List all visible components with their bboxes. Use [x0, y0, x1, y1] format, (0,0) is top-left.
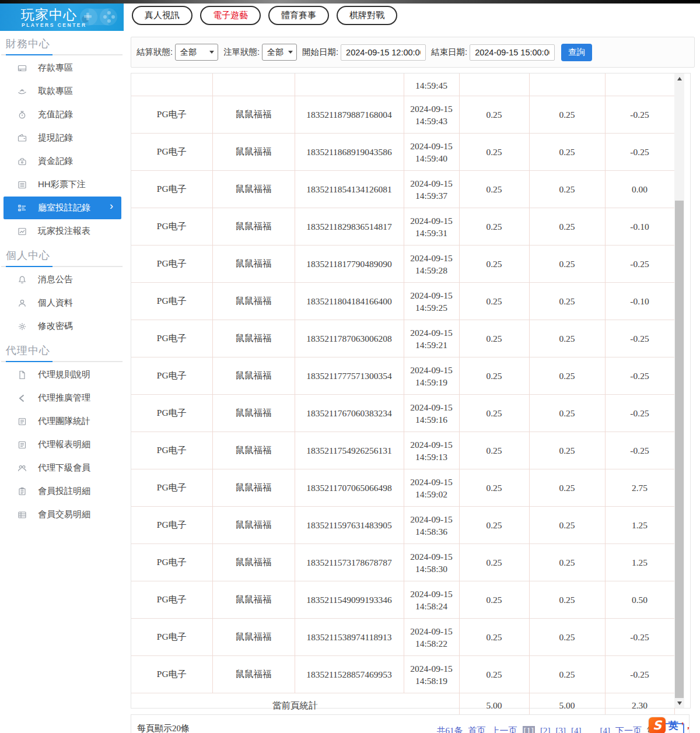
cell-game: 鼠鼠福福 [212, 320, 295, 357]
table2-icon [18, 510, 27, 520]
tab-sports-events[interactable]: 體育賽事 [268, 6, 329, 25]
table-row: PG电子 鼠鼠福福 1835211573178678787 2024-09-15… [131, 544, 674, 581]
sogou-ime-icon[interactable]: S [649, 717, 666, 733]
cell-valid-bet: 0.25 [529, 134, 605, 171]
cell-provider: PG电子 [131, 96, 212, 134]
settle-status-label: 結算狀態: [136, 47, 173, 58]
sidebar-section-title: 代理中心 [6, 343, 124, 357]
cell-win-loss: 1.25 [605, 544, 674, 581]
cell-win-loss: 0.00 [605, 171, 674, 208]
sidebar-item-room-bet-records[interactable]: 廳室投註記錄 › [4, 197, 121, 219]
cell-time: 2024-09-1514:59:02 [404, 469, 459, 507]
cell-win-loss: -0.25 [605, 395, 674, 432]
scroll-down-arrow[interactable] [674, 698, 684, 708]
cell-order-id: 1835211707065066498 [295, 469, 404, 507]
cell-win-loss: -0.10 [605, 283, 674, 320]
per-page-label: 每頁顯示20條 [137, 723, 190, 733]
sidebar: 玩家中心 PLAYERS CENTER 財務中心 存款專區 取款專區 充值記錄 [0, 3, 124, 733]
hand-icon [18, 87, 27, 96]
cell-game: 鼠鼠福福 [212, 96, 295, 134]
sidebar-item-agent-rules[interactable]: 代理規則說明 [4, 363, 121, 386]
page-4-link[interactable]: [4] [571, 726, 582, 733]
gear-icon [18, 322, 27, 331]
cell-time: 2024-09-1514:58:36 [404, 507, 459, 544]
sidebar-item-recharge-record[interactable]: 充值記錄 [4, 103, 121, 126]
order-status-select[interactable]: 全部 [262, 44, 297, 61]
cell-bet-amount: 0.25 [459, 619, 529, 656]
cell-order-id: 1835211817790489090 [295, 245, 404, 283]
cell-order-id: 1835211787063006208 [295, 320, 404, 357]
cell-win-loss: -0.25 [605, 245, 674, 283]
last-page-link[interactable]: [4] [600, 726, 611, 733]
sidebar-item-withdrawal-record[interactable]: 提現記錄 [4, 127, 121, 149]
sidebar-section: 財務中心 存款專區 取款專區 充值記錄 提現記錄 資金記錄 HH彩票下注 [0, 37, 124, 243]
sidebar-item-funds-record[interactable]: 資金記錄 [4, 150, 121, 173]
tab-live-video[interactable]: 真人視訊 [132, 6, 192, 25]
share-icon [18, 394, 27, 403]
records-tbody: 14:59:45 PG电子 鼠鼠福福 1835211879887168004 2… [131, 73, 674, 733]
cell-bet-amount: 0.25 [459, 581, 529, 619]
cell-win-loss: -0.25 [605, 357, 674, 395]
sidebar-section: 代理中心 代理規則說明 代理推廣管理 代理團隊統計 代理報表明細 代理下級會員 … [0, 343, 124, 526]
cell-game: 鼠鼠福福 [212, 656, 295, 693]
cell-provider: PG电子 [131, 395, 212, 432]
cell-bet-amount: 0.25 [459, 507, 529, 544]
page-2-link[interactable]: [2] [540, 726, 551, 733]
sidebar-item-agent-report-detail[interactable]: 代理報表明細 [4, 433, 121, 456]
cell-order-id: 1835211538974118913 [295, 619, 404, 656]
first-page-link[interactable]: 首页 [468, 725, 486, 733]
cell-bet-amount: 0.25 [459, 134, 529, 171]
cell-win-loss: 2.75 [605, 469, 674, 507]
sidebar-section-title: 個人中心 [6, 248, 124, 262]
partial-table-row: 14:59:45 [131, 73, 674, 96]
cell-order-id: 1835211573178678787 [295, 544, 404, 581]
prev-page-link[interactable]: 上一页 [491, 725, 517, 733]
cell-time: 2024-09-1514:58:30 [404, 544, 459, 581]
start-date-input[interactable] [341, 44, 426, 61]
table-row: PG电子 鼠鼠福福 1835211538974118913 2024-09-15… [131, 619, 674, 656]
sidebar-item-agent-promotion[interactable]: 代理推廣管理 [4, 387, 121, 409]
vertical-scrollbar[interactable] [674, 73, 684, 708]
sidebar-item-deposit[interactable]: 存款專區 [4, 57, 121, 79]
sidebar-item-change-password[interactable]: 修改密碼 [4, 315, 121, 338]
cell-time: 2024-09-1514:59:40 [404, 134, 459, 171]
sidebar-item-member-bet-detail[interactable]: 會員投註明細 [4, 480, 121, 503]
report-icon [18, 417, 27, 426]
divider [1, 54, 123, 55]
cell-provider: PG电子 [131, 245, 212, 283]
cell-time: 2024-09-1514:59:21 [404, 320, 459, 357]
table-row: PG电子 鼠鼠福福 1835211767060383234 2024-09-15… [131, 395, 674, 432]
card-icon [18, 64, 27, 73]
query-button[interactable]: 查詢 [561, 44, 592, 61]
ime-punctuation-label[interactable]: ’， [681, 720, 692, 731]
sidebar-item-member-transaction-detail[interactable]: 會員交易明細 [4, 503, 121, 526]
filter-bar: 結算狀態: 全部 注單狀態: 全部 開始日期: 結束日期: 查詢 [131, 37, 695, 68]
cell-bet-amount: 0.25 [459, 544, 529, 581]
ime-language-label[interactable]: 英 [668, 719, 678, 732]
scrollbar-thumb[interactable] [675, 201, 684, 698]
cell-order-id: 1835211767060383234 [295, 395, 404, 432]
page-1-link[interactable]: [1] [523, 726, 536, 733]
cell-win-loss: -0.25 [605, 432, 674, 469]
page-3-link[interactable]: [3] [556, 726, 566, 733]
cell-valid-bet: 0.25 [529, 245, 605, 283]
cell-bet-amount: 0.25 [459, 469, 529, 507]
scroll-up-arrow[interactable] [674, 73, 684, 83]
settle-status-select[interactable]: 全部 [175, 44, 218, 61]
end-date-input[interactable] [470, 44, 555, 61]
sidebar-item-announcements[interactable]: 消息公告 [4, 268, 121, 291]
cell-win-loss: 0.50 [605, 581, 674, 619]
sidebar-item-hh-lottery-bets[interactable]: HH彩票下注 [4, 173, 121, 196]
tab-electronic-games[interactable]: 電子遊藝 [200, 6, 261, 25]
report-icon [18, 440, 27, 450]
sidebar-item-agent-team-stats[interactable]: 代理團隊統計 [4, 410, 121, 433]
sidebar-item-agent-sub-members[interactable]: 代理下級會員 [4, 457, 121, 479]
sidebar-item-player-bet-report[interactable]: 玩家投注報表 [4, 220, 121, 243]
sidebar-item-withdraw[interactable]: 取款專區 [4, 80, 121, 103]
cell-provider: PG电子 [131, 357, 212, 395]
tab-board-card-games[interactable]: 棋牌對戰 [337, 6, 397, 25]
cell-bet-amount: 0.25 [459, 96, 529, 134]
sidebar-item-profile[interactable]: 個人資料 [4, 292, 121, 314]
cell-order-id: 1835211829836514817 [295, 208, 404, 245]
next-page-link[interactable]: 下一页 [615, 725, 642, 733]
